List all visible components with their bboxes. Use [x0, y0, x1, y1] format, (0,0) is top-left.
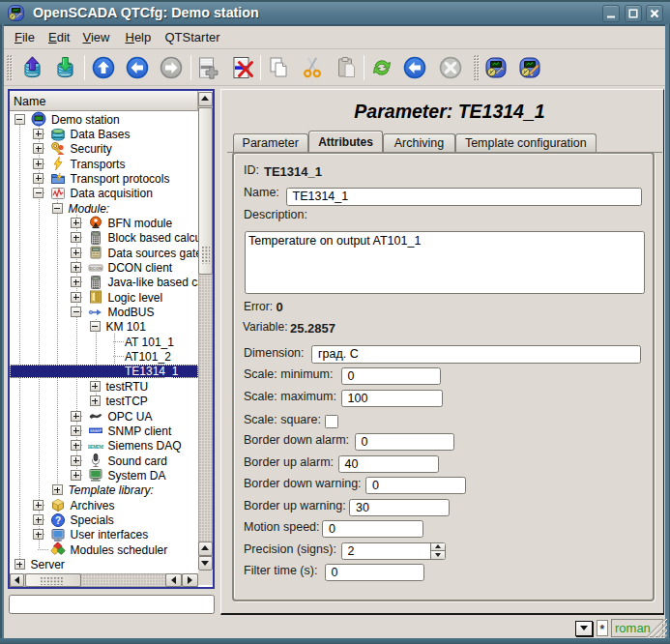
svg-text:SIEMENS: SIEMENS: [88, 444, 103, 449]
svg-text:SNMP: SNMP: [89, 428, 102, 433]
svg-text:?: ?: [54, 514, 60, 525]
svg-text:DCON: DCON: [89, 265, 101, 270]
